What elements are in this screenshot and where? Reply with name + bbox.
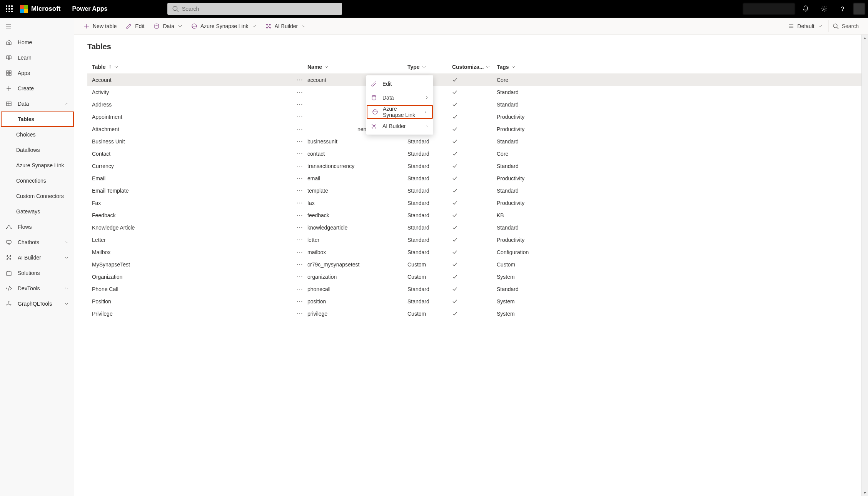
- table-row[interactable]: MySynapseTest⋯cr79c_mysynapsetestCustomC…: [87, 258, 866, 270]
- sidebar-item-graphqltools[interactable]: GraphQLTools: [0, 296, 74, 311]
- row-more-button[interactable]: ⋯: [292, 298, 307, 305]
- environment-picker[interactable]: [743, 3, 795, 15]
- sidebar-item-azure-synapse-link[interactable]: Azure Synapse Link: [0, 158, 74, 173]
- svg-rect-25: [7, 272, 11, 275]
- user-avatar[interactable]: [853, 3, 865, 15]
- row-more-button[interactable]: ⋯: [292, 101, 307, 108]
- table-search[interactable]: Search: [828, 20, 863, 32]
- row-more-button[interactable]: ⋯: [292, 285, 307, 293]
- row-more-button[interactable]: ⋯: [292, 113, 307, 120]
- sidebar-item-devtools[interactable]: DevTools: [0, 281, 74, 296]
- sidebar-item-connections[interactable]: Connections: [0, 173, 74, 188]
- row-more-button[interactable]: ⋯: [292, 88, 307, 96]
- sidebar-item-gateways[interactable]: Gateways: [0, 204, 74, 219]
- cell-table: Privilege: [92, 311, 292, 317]
- table-row[interactable]: Privilege⋯privilegeCustomSystem: [87, 307, 866, 320]
- col-header-table[interactable]: Table: [92, 64, 292, 70]
- col-header-custom[interactable]: Customiza...: [452, 64, 497, 70]
- table-row[interactable]: Position⋯positionStandardSystem: [87, 295, 866, 307]
- cell-name: privilege: [307, 311, 407, 317]
- help-button[interactable]: [835, 1, 850, 17]
- ctx-data[interactable]: Data: [366, 91, 433, 105]
- table-row[interactable]: Currency⋯transactioncurrencyStandardStan…: [87, 160, 866, 172]
- app-launcher-button[interactable]: [3, 3, 15, 15]
- ctx-ai-builder[interactable]: AI Builder: [366, 119, 433, 133]
- sidebar-item-learn[interactable]: Learn: [0, 50, 74, 65]
- sidebar-item-create[interactable]: Create: [0, 81, 74, 96]
- ctx-synapse-label: Azure Synapse Link: [383, 106, 419, 118]
- cell-tags: Standard: [497, 286, 551, 292]
- table-row[interactable]: Business Unit⋯businessunitStandardStanda…: [87, 135, 866, 147]
- chevron-down-icon: [486, 65, 490, 69]
- table-row[interactable]: Attachment⋯nentStandardProductivity: [87, 123, 866, 135]
- ctx-synapse[interactable]: Azure Synapse Link: [367, 105, 433, 119]
- table-row[interactable]: Address⋯StandardStandard: [87, 98, 866, 110]
- nav-icon: [5, 255, 12, 261]
- table-row[interactable]: Account⋯accountStandardCore: [87, 73, 866, 86]
- table-row[interactable]: Appointment⋯StandardProductivity: [87, 110, 866, 123]
- view-selector[interactable]: Default: [784, 20, 826, 32]
- table-row[interactable]: Feedback⋯feedbackStandardKB: [87, 209, 866, 221]
- table-row[interactable]: Phone Call⋯phonecallStandardStandard: [87, 283, 866, 295]
- table-row[interactable]: Contact⋯contactStandardCore: [87, 147, 866, 160]
- sidebar-item-custom-connectors[interactable]: Custom Connectors: [0, 188, 74, 204]
- global-search[interactable]: Search: [167, 3, 342, 15]
- col-header-tags[interactable]: Tags: [497, 64, 551, 70]
- notifications-button[interactable]: [798, 1, 813, 17]
- sidebar-item-tables[interactable]: Tables: [1, 112, 74, 127]
- col-header-type[interactable]: Type: [407, 64, 452, 70]
- row-more-button[interactable]: ⋯: [292, 310, 307, 317]
- settings-button[interactable]: [816, 1, 832, 17]
- sidebar-item-label: Gateways: [16, 208, 40, 215]
- sidebar-item-data[interactable]: Data: [0, 96, 74, 112]
- sidebar-item-home[interactable]: Home: [0, 35, 74, 50]
- waffle-icon: [6, 5, 13, 12]
- row-more-button[interactable]: ⋯: [292, 162, 307, 170]
- row-more-button[interactable]: ⋯: [292, 199, 307, 206]
- sidebar-item-flows[interactable]: Flows: [0, 219, 74, 235]
- ctx-edit[interactable]: Edit: [366, 77, 433, 91]
- ai-builder-button[interactable]: AI Builder: [262, 20, 310, 32]
- row-more-button[interactable]: ⋯: [292, 76, 307, 83]
- cell-name: organization: [307, 274, 407, 280]
- row-more-button[interactable]: ⋯: [292, 261, 307, 268]
- cell-name: email: [307, 175, 407, 181]
- table-row[interactable]: Email Template⋯templateStandardStandard: [87, 184, 866, 196]
- sidebar-item-dataflows[interactable]: Dataflows: [0, 142, 74, 158]
- nav-collapse-button[interactable]: [0, 18, 74, 35]
- data-button[interactable]: Data: [150, 20, 186, 32]
- table-row[interactable]: Activity⋯CustomStandard: [87, 86, 866, 98]
- synapse-button[interactable]: Azure Synapse Link: [187, 20, 260, 32]
- sidebar-item-apps[interactable]: Apps: [0, 65, 74, 81]
- table-row[interactable]: Mailbox⋯mailboxStandardConfiguration: [87, 246, 866, 258]
- table-row[interactable]: Fax⋯faxStandardProductivity: [87, 196, 866, 209]
- chevron-down-icon: [324, 65, 328, 69]
- row-more-button[interactable]: ⋯: [292, 273, 307, 280]
- table-row[interactable]: Letter⋯letterStandardProductivity: [87, 233, 866, 246]
- row-more-button[interactable]: ⋯: [292, 138, 307, 145]
- edit-button[interactable]: Edit: [122, 20, 148, 32]
- vertical-scrollbar[interactable]: ▲ ▼: [861, 35, 868, 496]
- col-header-name[interactable]: Name: [307, 64, 407, 70]
- sidebar-item-choices[interactable]: Choices: [0, 127, 74, 142]
- sidebar-item-ai-builder[interactable]: AI Builder: [0, 250, 74, 265]
- row-more-button[interactable]: ⋯: [292, 175, 307, 182]
- new-table-button[interactable]: New table: [80, 20, 120, 32]
- nav-icon: [5, 285, 12, 291]
- sidebar-item-solutions[interactable]: Solutions: [0, 265, 74, 281]
- cell-table: Address: [92, 102, 292, 108]
- row-more-button[interactable]: ⋯: [292, 248, 307, 256]
- table-row[interactable]: Knowledge Article⋯knowledgearticleStanda…: [87, 221, 866, 233]
- row-more-button[interactable]: ⋯: [292, 211, 307, 219]
- sidebar-item-chatbots[interactable]: Chatbots: [0, 235, 74, 250]
- svg-point-2: [823, 8, 825, 10]
- row-more-button[interactable]: ⋯: [292, 224, 307, 231]
- content-area: New table Edit Data Azure Synapse Link A…: [74, 18, 868, 496]
- table-row[interactable]: Email⋯emailStandardProductivity: [87, 172, 866, 184]
- row-more-button[interactable]: ⋯: [292, 236, 307, 243]
- table-row[interactable]: Organization⋯organizationCustomSystem: [87, 270, 866, 283]
- header-right: [743, 1, 865, 17]
- row-more-button[interactable]: ⋯: [292, 187, 307, 194]
- row-more-button[interactable]: ⋯: [292, 150, 307, 157]
- row-more-button[interactable]: ⋯: [292, 125, 307, 133]
